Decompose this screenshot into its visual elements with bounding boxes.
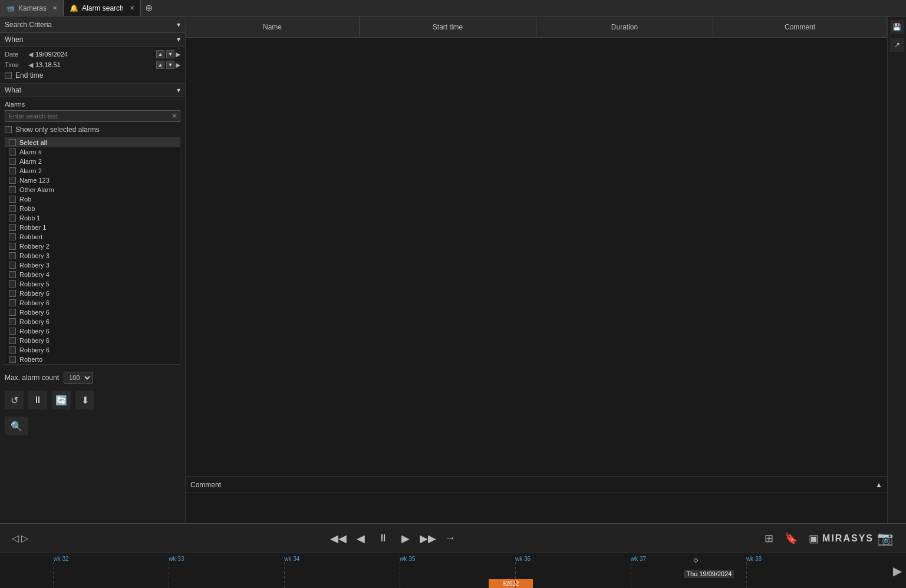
pause-button[interactable]: ⏸ bbox=[374, 530, 392, 547]
tab-kameras[interactable]: 📹 Kameras ✕ bbox=[0, 0, 64, 16]
alarm-item-checkbox[interactable] bbox=[9, 328, 16, 335]
show-selected-row: Show only selected alarms bbox=[5, 125, 180, 134]
alarm-item-checkbox[interactable] bbox=[9, 148, 16, 156]
alarm-list-item[interactable]: Robbery 4 bbox=[5, 270, 180, 279]
alarm-item-checkbox[interactable] bbox=[9, 299, 16, 306]
show-selected-checkbox[interactable] bbox=[5, 126, 12, 133]
time-right-arrow[interactable]: ▶ bbox=[176, 61, 180, 69]
toolbar-icon-1[interactable]: 💾 bbox=[890, 20, 904, 34]
grid-view-button[interactable]: ⊞ bbox=[760, 530, 777, 547]
tab-kameras-close[interactable]: ✕ bbox=[52, 5, 57, 11]
timeline-content[interactable]: Thu 19/09/2024 ⬦ 92622 wk 32wk 33wk 34wk… bbox=[0, 553, 888, 589]
alarm-item-label: Robbery 6 bbox=[19, 318, 50, 325]
alarm-item-checkbox[interactable] bbox=[9, 196, 16, 203]
time-left-arrow[interactable]: ◀ bbox=[28, 61, 33, 69]
alarm-item-checkbox[interactable] bbox=[9, 356, 16, 363]
play-icon: ▶ bbox=[401, 532, 410, 545]
when-dropdown-icon[interactable]: ▾ bbox=[177, 35, 180, 44]
alarm-list-item[interactable]: Robb 1 bbox=[5, 213, 180, 223]
date-up-btn[interactable]: ▲ bbox=[156, 50, 164, 58]
alarm-item-checkbox[interactable] bbox=[9, 309, 16, 316]
skip-to-start-button[interactable]: ◀◀ bbox=[330, 530, 347, 547]
bookmark-button[interactable]: 🔖 bbox=[782, 530, 800, 547]
search-criteria-dropdown-icon[interactable]: ▾ bbox=[177, 21, 180, 29]
timeline-tick bbox=[169, 562, 169, 589]
alarm-list-item[interactable]: Robber 1 bbox=[5, 223, 180, 232]
select-all-checkbox[interactable] bbox=[9, 139, 16, 146]
export-button[interactable]: ⬇ bbox=[75, 391, 94, 409]
refresh-button[interactable]: 🔄 bbox=[52, 391, 71, 409]
alarm-item-checkbox[interactable] bbox=[9, 186, 16, 193]
alarm-list-item[interactable]: Alarm 2 bbox=[5, 157, 180, 166]
alarm-list-item[interactable]: Alarm 2 bbox=[5, 166, 180, 176]
time-down-btn[interactable]: ▼ bbox=[166, 61, 174, 69]
alarm-list-item[interactable]: Robbery 6 bbox=[5, 298, 180, 308]
alarm-item-checkbox[interactable] bbox=[9, 280, 16, 288]
alarm-list-item[interactable]: Robbery 6 bbox=[5, 308, 180, 317]
alarm-list-item[interactable]: Robbery 6 bbox=[5, 345, 180, 355]
alarm-list-item[interactable]: Name 123 bbox=[5, 176, 180, 185]
save-icon: 💾 bbox=[892, 23, 901, 31]
alarm-item-checkbox[interactable] bbox=[9, 290, 16, 297]
alarm-search-input[interactable] bbox=[5, 111, 169, 121]
alarm-list-item[interactable]: Robbery 6 bbox=[5, 326, 180, 336]
alarm-item-checkbox[interactable] bbox=[9, 318, 16, 325]
alarm-item-checkbox[interactable] bbox=[9, 337, 16, 344]
end-time-label: End time bbox=[15, 71, 43, 80]
alarm-list-item[interactable]: Roberto bbox=[5, 355, 180, 364]
date-down-btn[interactable]: ▼ bbox=[166, 50, 174, 58]
alarm-item-label: Alarm # bbox=[19, 148, 42, 156]
alarm-list-item[interactable]: Alarm # bbox=[5, 147, 180, 157]
alarm-item-checkbox[interactable] bbox=[9, 177, 16, 184]
prev-camera-button[interactable]: ◁ bbox=[12, 533, 19, 544]
alarm-item-checkbox[interactable] bbox=[9, 252, 16, 259]
date-right-arrow[interactable]: ▶ bbox=[176, 51, 180, 58]
play-button[interactable]: ▶ bbox=[397, 530, 414, 547]
alarm-item-checkbox[interactable] bbox=[9, 205, 16, 212]
time-up-btn[interactable]: ▲ bbox=[156, 61, 164, 69]
rewind-button[interactable]: ◀ bbox=[352, 530, 370, 547]
alarm-list-item[interactable]: Robbery 3 bbox=[5, 251, 180, 260]
alarm-item-checkbox[interactable] bbox=[9, 167, 16, 174]
alarm-list-item[interactable]: Robbery 6 bbox=[5, 289, 180, 298]
fast-forward-button[interactable]: ▶▶ bbox=[419, 530, 437, 547]
comment-content[interactable] bbox=[186, 493, 887, 523]
alarm-list-item[interactable]: Robbery 3 bbox=[5, 260, 180, 270]
what-dropdown-icon[interactable]: ▾ bbox=[177, 86, 180, 94]
add-tab-button[interactable]: ⊕ bbox=[141, 0, 157, 16]
skip-forward-button[interactable]: → bbox=[442, 530, 459, 547]
window-view-button[interactable]: ▣ bbox=[805, 530, 822, 547]
alarm-item-checkbox[interactable] bbox=[9, 271, 16, 278]
alarm-item-checkbox[interactable] bbox=[9, 224, 16, 231]
pause-search-button[interactable]: ⏸ bbox=[28, 391, 47, 409]
search-execute-button[interactable]: 🔍 bbox=[5, 417, 28, 435]
alarm-item-checkbox[interactable] bbox=[9, 243, 16, 250]
alarm-item-checkbox[interactable] bbox=[9, 233, 16, 240]
alarm-item-checkbox[interactable] bbox=[9, 214, 16, 222]
alarm-list-item[interactable]: Other Alarm bbox=[5, 185, 180, 194]
next-camera-button[interactable]: ▷ bbox=[21, 533, 28, 544]
tab-alarm-search[interactable]: 🔔 Alarm search ✕ bbox=[64, 0, 141, 16]
alarm-search-clear[interactable]: ✕ bbox=[169, 112, 180, 120]
alarm-list-item[interactable]: Robb bbox=[5, 204, 180, 213]
alarm-list-item[interactable]: Robbery 6 bbox=[5, 317, 180, 326]
alarm-select-all[interactable]: Select all bbox=[5, 138, 180, 147]
tab-alarm-search-close[interactable]: ✕ bbox=[130, 5, 134, 11]
alarm-item-checkbox[interactable] bbox=[9, 346, 16, 354]
alarm-item-checkbox[interactable] bbox=[9, 262, 16, 269]
alarm-list-item[interactable]: Robbert bbox=[5, 232, 180, 242]
timeline-nav-right[interactable]: ▶ bbox=[888, 564, 906, 578]
timeline-tick bbox=[400, 562, 400, 589]
comment-expand-icon[interactable]: ▲ bbox=[875, 481, 882, 489]
alarm-list-item[interactable]: Robbery 2 bbox=[5, 242, 180, 251]
end-time-checkbox[interactable] bbox=[5, 72, 12, 79]
toolbar-icon-2[interactable]: ↗ bbox=[890, 38, 904, 52]
date-left-arrow[interactable]: ◀ bbox=[28, 51, 33, 58]
max-count-select[interactable]: 100 200 500 bbox=[64, 372, 93, 384]
alarm-list-item[interactable]: Robbery 5 bbox=[5, 279, 180, 289]
alarm-list-item[interactable]: Robbery 6 bbox=[5, 336, 180, 345]
search-criteria-label: Search Criteria bbox=[5, 21, 52, 29]
alarm-list-item[interactable]: Rob bbox=[5, 194, 180, 204]
reset-button[interactable]: ↺ bbox=[5, 391, 24, 409]
alarm-item-checkbox[interactable] bbox=[9, 158, 16, 165]
